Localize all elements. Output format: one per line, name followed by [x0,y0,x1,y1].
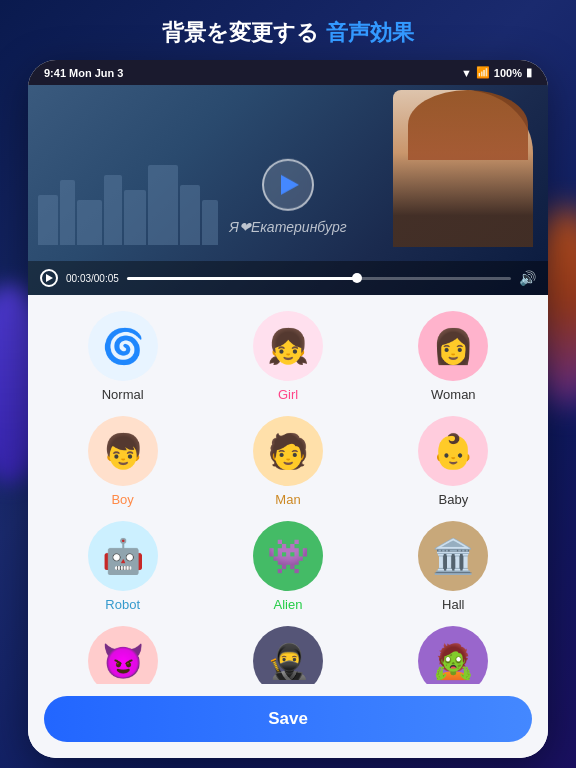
page-title-part2: 音声効果 [326,20,414,45]
effect-label-normal: Normal [102,387,144,402]
effect-item-zombie[interactable]: 🧟Zombie [375,626,532,684]
save-button[interactable]: Save [44,696,532,742]
play-button[interactable] [262,159,314,211]
progress-scrubber[interactable] [352,273,362,283]
effect-label-man: Man [275,492,300,507]
building [124,190,146,245]
progress-fill [127,277,358,280]
effect-circle-boy: 👦 [88,416,158,486]
effects-grid: 🌀Normal👧Girl👩Woman👦Boy🧑Man👶Baby🤖Robot👾Al… [44,311,532,684]
effect-circle-devil: 😈 [88,626,158,684]
effect-item-man[interactable]: 🧑Man [209,416,366,507]
effect-label-alien: Alien [274,597,303,612]
effect-circle-robot: 🤖 [88,521,158,591]
video-overlay-text: Я❤Екатеринбург [28,219,548,235]
progress-bar-section: 00:03/00:05 🔊 [28,261,548,295]
wifi-icon: 📶 [476,66,490,79]
woman-hair [408,90,528,160]
progress-play-icon[interactable] [40,269,58,287]
effect-item-normal[interactable]: 🌀Normal [44,311,201,402]
volume-icon[interactable]: 🔊 [519,270,536,286]
video-section: Я❤Екатеринбург 00:03/00:05 🔊 [28,85,548,295]
effect-label-woman: Woman [431,387,476,402]
effect-item-boy[interactable]: 👦Boy [44,416,201,507]
effect-circle-zombie: 🧟 [418,626,488,684]
effect-label-girl: Girl [278,387,298,402]
effect-item-woman[interactable]: 👩Woman [375,311,532,402]
battery-percent: 100% [494,67,522,79]
effect-circle-hall: 🏛️ [418,521,488,591]
status-bar: 9:41 Mon Jun 3 ▼ 📶 100% ▮ [28,60,548,85]
effect-item-devil[interactable]: 😈Devil [44,626,201,684]
effect-circle-woman: 👩 [418,311,488,381]
effect-label-robot: Robot [105,597,140,612]
effect-circle-normal: 🌀 [88,311,158,381]
status-time: 9:41 Mon Jun 3 [44,67,123,79]
effect-circle-man: 🧑 [253,416,323,486]
video-time: 00:03/00:05 [66,273,119,284]
effect-circle-baby: 👶 [418,416,488,486]
battery-icon: ▮ [526,66,532,79]
effect-item-alien[interactable]: 👾Alien [209,521,366,612]
save-section: Save [28,684,548,758]
effect-label-boy: Boy [111,492,133,507]
building [60,180,75,245]
status-right: ▼ 📶 100% ▮ [461,66,532,79]
effect-item-robot[interactable]: 🤖Robot [44,521,201,612]
effect-item-hall[interactable]: 🏛️Hall [375,521,532,612]
building [180,185,200,245]
effect-item-girl[interactable]: 👧Girl [209,311,366,402]
signal-icon: ▼ [461,67,472,79]
effect-circle-alien: 👾 [253,521,323,591]
device-card: 9:41 Mon Jun 3 ▼ 📶 100% ▮ [28,60,548,758]
page-title: 背景を変更する 音声効果 [0,18,576,48]
progress-play-triangle [46,274,53,282]
effect-circle-girl: 👧 [253,311,323,381]
effect-item-dark[interactable]: 🥷Dark [209,626,366,684]
effect-circle-dark: 🥷 [253,626,323,684]
play-icon [281,175,299,195]
effect-label-baby: Baby [439,492,469,507]
effect-item-baby[interactable]: 👶Baby [375,416,532,507]
effects-panel: 🌀Normal👧Girl👩Woman👦Boy🧑Man👶Baby🤖Robot👾Al… [28,295,548,684]
progress-track[interactable] [127,277,511,280]
page-title-part1: 背景を変更する [162,20,319,45]
effect-label-hall: Hall [442,597,464,612]
